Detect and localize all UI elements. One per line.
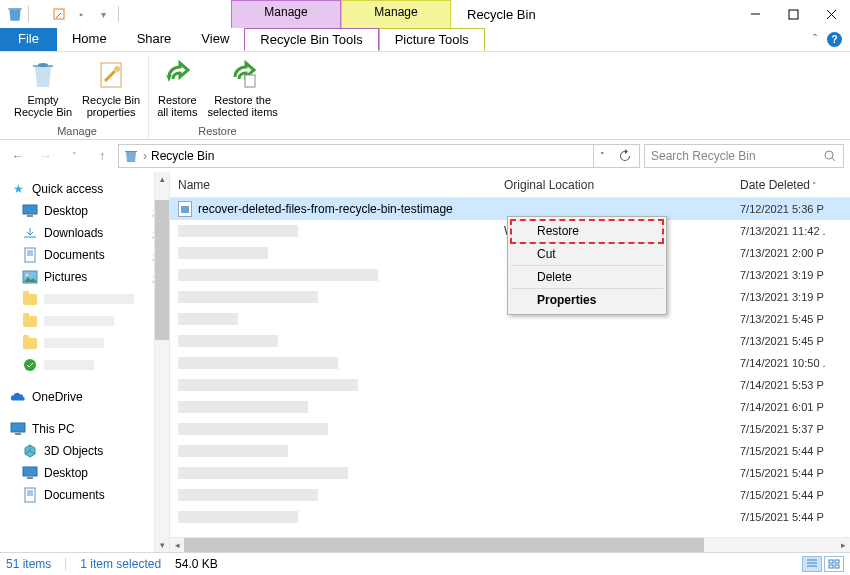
sidebar-scrollbar[interactable]: ▴ ▾ — [154, 172, 169, 552]
sidebar-item-blurred[interactable] — [0, 354, 169, 376]
svg-rect-7 — [23, 205, 37, 214]
sidebar-item-desktop[interactable]: Desktop📌 — [0, 200, 169, 222]
view-details-button[interactable] — [802, 556, 822, 572]
table-row[interactable]: 7/15/2021 5:44 P — [170, 462, 850, 484]
context-menu-delete[interactable]: Delete — [511, 266, 663, 289]
qat-properties-icon[interactable] — [50, 5, 68, 23]
3d-objects-icon — [22, 443, 38, 459]
label — [44, 294, 134, 304]
context-tab-picture-tools[interactable]: Manage — [341, 0, 451, 28]
sidebar-item-3d-objects[interactable]: 3D Objects — [0, 440, 169, 462]
sidebar-item-quick-access[interactable]: ★Quick access — [0, 178, 169, 200]
table-row[interactable]: 7/15/2021 5:44 P — [170, 506, 850, 528]
column-original-location[interactable]: Original Location — [496, 178, 732, 192]
scrollbar-thumb[interactable] — [155, 200, 169, 340]
table-row[interactable]: 7/14/2021 5:53 P — [170, 374, 850, 396]
table-row[interactable]: 7/14/2021 10:50 . — [170, 352, 850, 374]
sidebar-item-blurred[interactable] — [0, 332, 169, 354]
file-name: recover-deleted-files-from-recycle-bin-t… — [198, 202, 453, 216]
maximize-button[interactable] — [774, 0, 812, 28]
refresh-button[interactable] — [615, 145, 635, 167]
date-deleted: 7/13/2021 5:45 P — [732, 313, 850, 325]
navigation-pane[interactable]: ★Quick access Desktop📌 Downloads📌 Docume… — [0, 172, 170, 552]
up-button[interactable]: ↑ — [90, 144, 114, 168]
search-box[interactable]: Search Recycle Bin — [644, 144, 844, 168]
context-menu-cut[interactable]: Cut — [511, 243, 663, 266]
sidebar-item-desktop2[interactable]: Desktop — [0, 462, 169, 484]
date-deleted: 7/15/2021 5:37 P — [732, 423, 850, 435]
qat-dropdown-icon[interactable]: ▾ — [94, 5, 112, 23]
svg-rect-5 — [245, 75, 255, 87]
svg-rect-16 — [27, 477, 33, 479]
status-bar: 51 items 1 item selected 54.0 KB — [0, 552, 850, 575]
view-thumbnails-button[interactable] — [824, 556, 844, 572]
close-button[interactable] — [812, 0, 850, 28]
tab-file[interactable]: File — [0, 28, 57, 51]
help-icon[interactable]: ? — [827, 32, 842, 47]
context-tab-recycle-tools[interactable]: Manage — [231, 0, 341, 28]
sidebar-item-this-pc[interactable]: This PC — [0, 418, 169, 440]
recycle-bin-properties-button[interactable]: Recycle Bin properties — [80, 56, 142, 120]
blurred-name — [178, 247, 268, 259]
empty-recycle-bin-button[interactable]: Empty Recycle Bin — [12, 56, 74, 120]
sidebar-item-pictures[interactable]: Pictures📌 — [0, 266, 169, 288]
scroll-down-icon[interactable]: ▾ — [155, 538, 169, 552]
back-button[interactable]: ← — [6, 144, 30, 168]
restore-all-icon — [161, 58, 193, 92]
table-row[interactable]: 7/13/2021 5:45 P — [170, 330, 850, 352]
column-date-deleted[interactable]: Date Deleted˄ — [732, 178, 850, 192]
tab-recycle-bin-tools[interactable]: Recycle Bin Tools — [244, 28, 378, 51]
table-row[interactable]: 7/15/2021 5:37 P — [170, 418, 850, 440]
address-bar[interactable]: › Recycle Bin ˅ — [118, 144, 640, 168]
forward-button[interactable]: → — [34, 144, 58, 168]
tab-view[interactable]: View — [186, 28, 244, 51]
tab-home[interactable]: Home — [57, 28, 122, 51]
blurred-name — [178, 379, 358, 391]
horizontal-scrollbar[interactable]: ◂ ▸ — [170, 537, 850, 552]
date-deleted: 7/14/2021 5:53 P — [732, 379, 850, 391]
blurred-name — [178, 313, 238, 325]
address-location[interactable]: Recycle Bin — [151, 149, 214, 163]
scroll-right-icon[interactable]: ▸ — [836, 540, 850, 550]
context-menu-restore[interactable]: Restore — [511, 220, 663, 243]
collapse-ribbon-icon[interactable]: ˆ — [813, 33, 817, 47]
svg-rect-14 — [15, 433, 21, 435]
svg-rect-8 — [27, 215, 33, 217]
blurred-name — [178, 291, 318, 303]
context-menu-properties[interactable]: Properties — [511, 289, 663, 311]
table-row[interactable]: 7/14/2021 6:01 P — [170, 396, 850, 418]
date-deleted: 7/13/2021 11:42 . — [732, 225, 850, 237]
chevron-right-icon[interactable]: › — [143, 149, 147, 163]
restore-selected-button[interactable]: Restore the selected items — [206, 56, 280, 120]
recent-dropdown[interactable]: ˅ — [62, 144, 86, 168]
table-row[interactable]: 7/15/2021 5:44 P — [170, 440, 850, 462]
scrollbar-thumb[interactable] — [184, 538, 704, 552]
scroll-up-icon[interactable]: ▴ — [155, 172, 169, 186]
tab-share[interactable]: Share — [122, 28, 187, 51]
minimize-button[interactable] — [736, 0, 774, 28]
address-dropdown[interactable]: ˅ — [593, 145, 611, 167]
search-icon — [823, 149, 837, 163]
svg-rect-19 — [835, 560, 839, 563]
recycle-bin-icon — [27, 58, 59, 92]
sidebar-item-onedrive[interactable]: OneDrive — [0, 386, 169, 408]
label: Documents — [44, 488, 105, 502]
sidebar-item-documents[interactable]: Documents📌 — [0, 244, 169, 266]
properties-icon — [95, 58, 127, 92]
sidebar-item-documents2[interactable]: Documents — [0, 484, 169, 506]
qat-new-icon[interactable]: ▪ — [72, 5, 90, 23]
column-name[interactable]: Name — [170, 178, 496, 192]
date-deleted: 7/14/2021 6:01 P — [732, 401, 850, 413]
sidebar-item-downloads[interactable]: Downloads📌 — [0, 222, 169, 244]
table-row[interactable]: 7/15/2021 5:44 P — [170, 484, 850, 506]
restore-all-button[interactable]: Restore all items — [155, 56, 199, 120]
scroll-left-icon[interactable]: ◂ — [170, 540, 184, 550]
context-menu: Restore Cut Delete Properties — [507, 216, 667, 315]
downloads-icon — [22, 225, 38, 241]
tab-picture-tools[interactable]: Picture Tools — [379, 28, 485, 51]
sidebar-item-blurred[interactable] — [0, 310, 169, 332]
svg-point-4 — [114, 66, 120, 72]
sidebar-item-blurred[interactable] — [0, 288, 169, 310]
column-headers[interactable]: Name Original Location Date Deleted˄ — [170, 172, 850, 198]
blurred-name — [178, 511, 298, 523]
